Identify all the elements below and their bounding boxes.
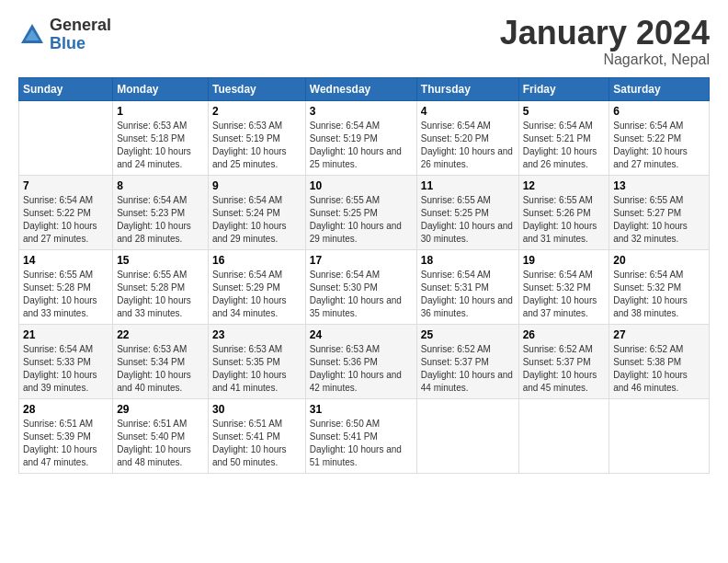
day-number: 5 [523, 105, 606, 118]
table-cell: 17Sunrise: 6:54 AM Sunset: 5:30 PM Dayli… [305, 250, 416, 325]
table-cell: 29Sunrise: 6:51 AM Sunset: 5:40 PM Dayli… [113, 399, 209, 474]
table-cell: 20Sunrise: 6:54 AM Sunset: 5:32 PM Dayli… [609, 250, 710, 325]
table-cell: 25Sunrise: 6:52 AM Sunset: 5:37 PM Dayli… [416, 325, 518, 399]
day-number: 22 [117, 328, 204, 341]
table-cell: 2Sunrise: 6:53 AM Sunset: 5:19 PM Daylig… [209, 101, 306, 176]
day-info: Sunrise: 6:53 AM Sunset: 5:18 PM Dayligh… [117, 120, 204, 171]
table-row: 1Sunrise: 6:53 AM Sunset: 5:18 PM Daylig… [19, 101, 710, 176]
table-cell: 23Sunrise: 6:53 AM Sunset: 5:35 PM Dayli… [209, 325, 306, 399]
logo-icon [18, 21, 46, 49]
table-row: 28Sunrise: 6:51 AM Sunset: 5:39 PM Dayli… [19, 399, 710, 474]
logo-general: General [50, 17, 111, 35]
day-number: 31 [310, 403, 413, 416]
month-title: January 2024 [500, 17, 710, 50]
day-info: Sunrise: 6:51 AM Sunset: 5:40 PM Dayligh… [117, 418, 204, 469]
day-info: Sunrise: 6:51 AM Sunset: 5:41 PM Dayligh… [212, 418, 301, 469]
table-cell: 4Sunrise: 6:54 AM Sunset: 5:20 PM Daylig… [416, 101, 518, 176]
table-cell: 7Sunrise: 6:54 AM Sunset: 5:22 PM Daylig… [19, 176, 113, 250]
day-info: Sunrise: 6:55 AM Sunset: 5:27 PM Dayligh… [613, 194, 705, 246]
title-area: January 2024 Nagarkot, Nepal [500, 17, 710, 68]
day-number: 2 [212, 105, 301, 118]
table-cell: 30Sunrise: 6:51 AM Sunset: 5:41 PM Dayli… [209, 399, 306, 474]
day-number: 11 [421, 179, 515, 192]
day-info: Sunrise: 6:51 AM Sunset: 5:39 PM Dayligh… [23, 418, 108, 469]
col-thursday: Thursday [416, 78, 518, 101]
table-cell [19, 101, 113, 176]
logo: General Blue [18, 17, 111, 53]
table-cell: 31Sunrise: 6:50 AM Sunset: 5:41 PM Dayli… [305, 399, 416, 474]
day-info: Sunrise: 6:54 AM Sunset: 5:30 PM Dayligh… [310, 269, 413, 320]
day-info: Sunrise: 6:54 AM Sunset: 5:20 PM Dayligh… [421, 120, 515, 171]
day-info: Sunrise: 6:55 AM Sunset: 5:28 PM Dayligh… [117, 269, 204, 320]
day-number: 4 [421, 105, 515, 118]
table-cell: 14Sunrise: 6:55 AM Sunset: 5:28 PM Dayli… [19, 250, 113, 325]
day-number: 6 [613, 105, 705, 118]
main-container: General Blue January 2024 Nagarkot, Nepa… [0, 0, 728, 483]
day-info: Sunrise: 6:55 AM Sunset: 5:26 PM Dayligh… [523, 194, 606, 246]
day-number: 30 [212, 403, 301, 416]
day-info: Sunrise: 6:55 AM Sunset: 5:25 PM Dayligh… [421, 194, 515, 246]
table-cell: 19Sunrise: 6:54 AM Sunset: 5:32 PM Dayli… [518, 250, 609, 325]
day-info: Sunrise: 6:54 AM Sunset: 5:24 PM Dayligh… [212, 194, 301, 246]
table-row: 7Sunrise: 6:54 AM Sunset: 5:22 PM Daylig… [19, 176, 710, 250]
table-cell: 22Sunrise: 6:53 AM Sunset: 5:34 PM Dayli… [113, 325, 209, 399]
table-row: 21Sunrise: 6:54 AM Sunset: 5:33 PM Dayli… [19, 325, 710, 399]
table-cell: 5Sunrise: 6:54 AM Sunset: 5:21 PM Daylig… [518, 101, 609, 176]
day-number: 27 [613, 328, 705, 341]
day-number: 20 [613, 254, 705, 267]
day-number: 1 [117, 105, 204, 118]
col-saturday: Saturday [609, 78, 710, 101]
header: General Blue January 2024 Nagarkot, Nepa… [18, 17, 710, 68]
day-info: Sunrise: 6:52 AM Sunset: 5:37 PM Dayligh… [523, 343, 606, 395]
day-number: 26 [523, 328, 606, 341]
day-info: Sunrise: 6:52 AM Sunset: 5:37 PM Dayligh… [421, 343, 515, 395]
day-info: Sunrise: 6:53 AM Sunset: 5:35 PM Dayligh… [212, 343, 301, 395]
table-cell: 10Sunrise: 6:55 AM Sunset: 5:25 PM Dayli… [305, 176, 416, 250]
day-number: 29 [117, 403, 204, 416]
day-info: Sunrise: 6:54 AM Sunset: 5:29 PM Dayligh… [212, 269, 301, 320]
day-info: Sunrise: 6:53 AM Sunset: 5:19 PM Dayligh… [212, 120, 301, 171]
day-info: Sunrise: 6:55 AM Sunset: 5:25 PM Dayligh… [310, 194, 413, 246]
col-wednesday: Wednesday [305, 78, 416, 101]
table-cell: 12Sunrise: 6:55 AM Sunset: 5:26 PM Dayli… [518, 176, 609, 250]
day-number: 28 [23, 403, 108, 416]
table-row: 14Sunrise: 6:55 AM Sunset: 5:28 PM Dayli… [19, 250, 710, 325]
day-info: Sunrise: 6:52 AM Sunset: 5:38 PM Dayligh… [613, 343, 705, 395]
col-monday: Monday [113, 78, 209, 101]
logo-text: General Blue [50, 17, 111, 53]
day-info: Sunrise: 6:54 AM Sunset: 5:19 PM Dayligh… [310, 120, 413, 171]
calendar-table: Sunday Monday Tuesday Wednesday Thursday… [18, 77, 710, 474]
day-number: 3 [310, 105, 413, 118]
day-info: Sunrise: 6:54 AM Sunset: 5:22 PM Dayligh… [613, 120, 705, 171]
table-cell [518, 399, 609, 474]
day-number: 13 [613, 179, 705, 192]
table-cell: 26Sunrise: 6:52 AM Sunset: 5:37 PM Dayli… [518, 325, 609, 399]
day-info: Sunrise: 6:50 AM Sunset: 5:41 PM Dayligh… [310, 418, 413, 469]
table-cell: 8Sunrise: 6:54 AM Sunset: 5:23 PM Daylig… [113, 176, 209, 250]
day-info: Sunrise: 6:54 AM Sunset: 5:21 PM Dayligh… [523, 120, 606, 171]
table-cell [416, 399, 518, 474]
day-number: 9 [212, 179, 301, 192]
location: Nagarkot, Nepal [500, 52, 710, 68]
day-number: 23 [212, 328, 301, 341]
day-number: 19 [523, 254, 606, 267]
day-number: 25 [421, 328, 515, 341]
table-cell: 24Sunrise: 6:53 AM Sunset: 5:36 PM Dayli… [305, 325, 416, 399]
logo-blue: Blue [50, 35, 111, 53]
day-info: Sunrise: 6:54 AM Sunset: 5:32 PM Dayligh… [523, 269, 606, 320]
day-info: Sunrise: 6:53 AM Sunset: 5:36 PM Dayligh… [310, 343, 413, 395]
table-cell: 15Sunrise: 6:55 AM Sunset: 5:28 PM Dayli… [113, 250, 209, 325]
table-cell: 28Sunrise: 6:51 AM Sunset: 5:39 PM Dayli… [19, 399, 113, 474]
day-number: 12 [523, 179, 606, 192]
table-cell [609, 399, 710, 474]
day-number: 17 [310, 254, 413, 267]
day-number: 18 [421, 254, 515, 267]
day-number: 8 [117, 179, 204, 192]
day-number: 24 [310, 328, 413, 341]
day-info: Sunrise: 6:54 AM Sunset: 5:31 PM Dayligh… [421, 269, 515, 320]
day-info: Sunrise: 6:54 AM Sunset: 5:32 PM Dayligh… [613, 269, 705, 320]
day-info: Sunrise: 6:54 AM Sunset: 5:23 PM Dayligh… [117, 194, 204, 246]
col-friday: Friday [518, 78, 609, 101]
header-row: Sunday Monday Tuesday Wednesday Thursday… [19, 78, 710, 101]
day-number: 10 [310, 179, 413, 192]
